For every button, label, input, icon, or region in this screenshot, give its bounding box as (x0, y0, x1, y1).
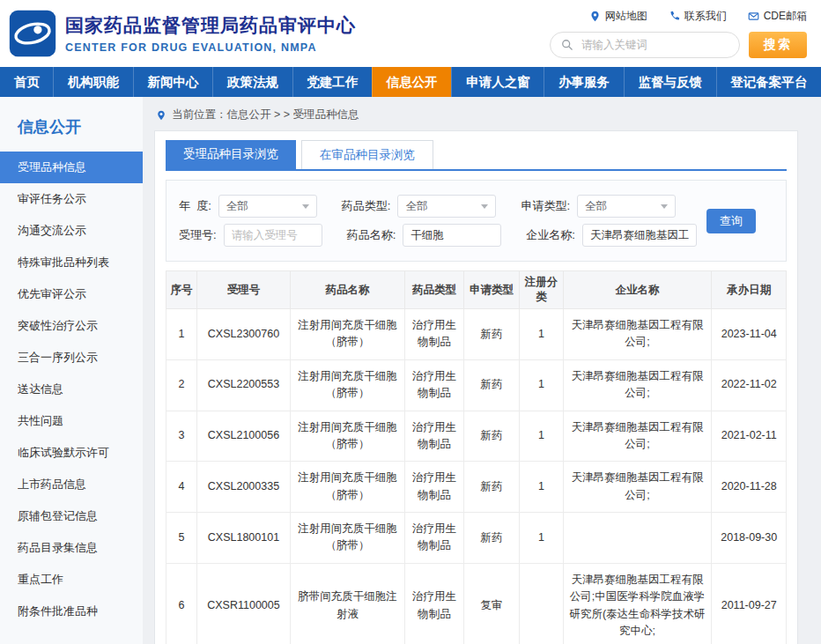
quick-links: 网站地图 联系我们 CDE邮箱 (589, 9, 807, 24)
sidebar-item[interactable]: 优先审评公示 (0, 278, 143, 310)
phone-icon (669, 11, 680, 22)
table-row[interactable]: 6CXSR1100005脐带间充质干细胞注射液治疗用生物制品复审天津昂赛细胞基因… (166, 563, 787, 644)
nav-item[interactable]: 新闻中心 (133, 67, 212, 97)
nav-item[interactable]: 政策法规 (212, 67, 292, 97)
table-cell: 1 (520, 309, 563, 360)
table-cell: 2021-02-11 (712, 411, 787, 462)
drug-name-label: 药品名称: (347, 227, 396, 243)
acceptance-no-label: 受理号: (179, 227, 217, 243)
sidebar-item[interactable]: 审评任务公示 (0, 183, 143, 215)
table-cell: 治疗用生物制品 (405, 513, 464, 564)
table-cell: 2018-09-30 (712, 513, 787, 564)
table-cell: 天津昂赛细胞基因工程有限公司; (563, 309, 712, 360)
filter-row-1: 年 度: 全部 药品类型: 全部 申请类型 (179, 195, 773, 218)
sidebar: 信息公开 受理品种信息审评任务公示沟通交流公示特殊审批品种列表优先审评公示突破性… (0, 97, 143, 644)
contact-link[interactable]: 联系我们 (669, 9, 727, 24)
sidebar-item[interactable]: 突破性治疗公示 (0, 310, 143, 342)
table-cell: 1 (520, 411, 563, 462)
site-search-input[interactable] (580, 38, 729, 52)
drug-name-field: 药品名称: (347, 224, 502, 247)
table-cell: 3 (166, 411, 197, 462)
table-cell (563, 513, 712, 564)
tab-accepted-catalog[interactable]: 受理品种目录浏览 (166, 140, 296, 169)
table-cell: 注射用间充质干细胞（脐带） (290, 309, 404, 360)
table-cell: 天津昂赛细胞基因工程有限公司; (563, 411, 712, 462)
brand: 国家药品监督管理局药品审评中心 CENTER FOR DRUG EVALUATI… (9, 10, 356, 57)
chevron-down-icon (661, 204, 668, 209)
sidebar-item[interactable]: 沟通交流公示 (0, 215, 143, 247)
drug-name-input[interactable] (403, 224, 501, 247)
sidebar-item[interactable]: 上市药品信息 (0, 469, 143, 500)
site-search[interactable] (550, 32, 740, 58)
drug-type-select[interactable]: 全部 (397, 195, 496, 218)
table-cell: 治疗用生物制品 (405, 309, 464, 360)
contact-link-label: 联系我们 (684, 9, 727, 24)
chevron-down-icon (302, 204, 309, 209)
sidebar-item[interactable]: 共性问题 (0, 405, 143, 437)
site-search-button[interactable]: 搜索 (749, 32, 807, 58)
site-header: 国家药品监督管理局药品审评中心 CENTER FOR DRUG EVALUATI… (0, 0, 821, 67)
table-cell: CXSR1100005 (197, 563, 291, 644)
mailbox-link-label: CDE邮箱 (764, 9, 807, 24)
mailbox-link[interactable]: CDE邮箱 (748, 9, 807, 24)
search-row: 搜索 (550, 32, 807, 58)
table-row[interactable]: 3CXSL2100056注射用间充质干细胞（脐带）治疗用生物制品新药1天津昂赛细… (166, 411, 787, 462)
apply-type-select-value: 全部 (585, 199, 607, 214)
sidebar-item[interactable]: 送达信息 (0, 374, 143, 405)
nav-item[interactable]: 信息公开 (372, 67, 451, 97)
sidebar-item[interactable]: 药品目录集信息 (0, 532, 143, 564)
query-button[interactable]: 查询 (706, 209, 756, 233)
table-cell: 复审 (463, 563, 519, 644)
sidebar-item[interactable]: 重点工作 (0, 564, 143, 596)
table-row[interactable]: 4CXSL2000335注射用间充质干细胞（脐带）治疗用生物制品新药1天津昂赛细… (166, 462, 787, 513)
table-cell: 注射用间充质干细胞（脐带） (290, 513, 404, 564)
sidebar-item[interactable]: 三合一序列公示 (0, 342, 143, 374)
nav-item[interactable]: 申请人之窗 (451, 67, 544, 97)
nav-item[interactable]: 登记备案平台 (716, 67, 821, 97)
year-select[interactable]: 全部 (218, 195, 317, 218)
company-input[interactable] (582, 224, 697, 247)
company-field: 企业名称: (526, 224, 697, 247)
drug-type-select-value: 全部 (405, 199, 427, 214)
table-cell: CXSL2300760 (197, 309, 291, 360)
acceptance-no-input[interactable] (224, 224, 322, 247)
apply-type-field: 申请类型: 全部 (521, 195, 676, 218)
nav-item[interactable]: 办事服务 (544, 67, 623, 97)
table-cell: 2011-09-27 (712, 563, 787, 644)
table-row[interactable]: 1CXSL2300760注射用间充质干细胞（脐带）治疗用生物制品新药1天津昂赛细… (166, 309, 787, 360)
site-subtitle: CENTER FOR DRUG EVALUATION, NMPA (65, 41, 356, 54)
table-cell: 1 (520, 359, 563, 411)
sidebar-item[interactable]: 特殊审批品种列表 (0, 247, 143, 278)
sidebar-item[interactable]: 受理品种信息 (0, 152, 143, 183)
sidebar-item[interactable]: 附条件批准品种 (0, 596, 143, 627)
table-cell: 4 (166, 462, 197, 513)
table-header-cell: 药品类型 (405, 271, 464, 309)
nav-item[interactable]: 机构职能 (53, 67, 132, 97)
tabs: 受理品种目录浏览 在审品种目录浏览 (166, 140, 787, 171)
table-cell: 新药 (463, 309, 519, 360)
table-row[interactable]: 2CXSL2200553注射用间充质干细胞（脐带）治疗用生物制品新药1天津昂赛细… (166, 359, 787, 411)
table-cell: 治疗用生物制品 (405, 462, 464, 513)
apply-type-label: 申请类型: (521, 198, 570, 214)
table-cell: 6 (166, 563, 197, 644)
table-cell: 注射用间充质干细胞（脐带） (290, 359, 404, 411)
sidebar-item[interactable]: 原辅包登记信息 (0, 500, 143, 532)
table-cell: 治疗用生物制品 (405, 563, 464, 644)
table-cell: 天津昂赛细胞基因工程有限公司;中国医学科学院血液学研究所(泰达生命科学技术研究中… (563, 563, 712, 644)
apply-type-select[interactable]: 全部 (577, 195, 676, 218)
sitemap-link[interactable]: 网站地图 (589, 9, 647, 24)
table-cell (520, 563, 563, 644)
nav-item[interactable]: 党建工作 (292, 67, 372, 97)
nav-item[interactable]: 首页 (0, 67, 53, 97)
table-header-row: 序号受理号药品名称药品类型申请类型注册分类企业名称承办日期 (166, 271, 787, 309)
table-cell: 注射用间充质干细胞（脐带） (290, 411, 404, 462)
table-cell: 2 (166, 359, 197, 411)
table-cell: 天津昂赛细胞基因工程有限公司; (563, 359, 712, 411)
table-row[interactable]: 5CXSL1800101注射用间充质干细胞（脐带）治疗用生物制品新药12018-… (166, 513, 787, 564)
table-header-cell: 注册分类 (520, 271, 563, 309)
year-select-value: 全部 (226, 199, 248, 214)
sidebar-item[interactable]: 临床试验默示许可 (0, 437, 143, 469)
tab-under-review-catalog[interactable]: 在审品种目录浏览 (301, 140, 433, 169)
nav-item[interactable]: 监督与反馈 (624, 67, 716, 97)
table-cell: 1 (520, 513, 563, 564)
